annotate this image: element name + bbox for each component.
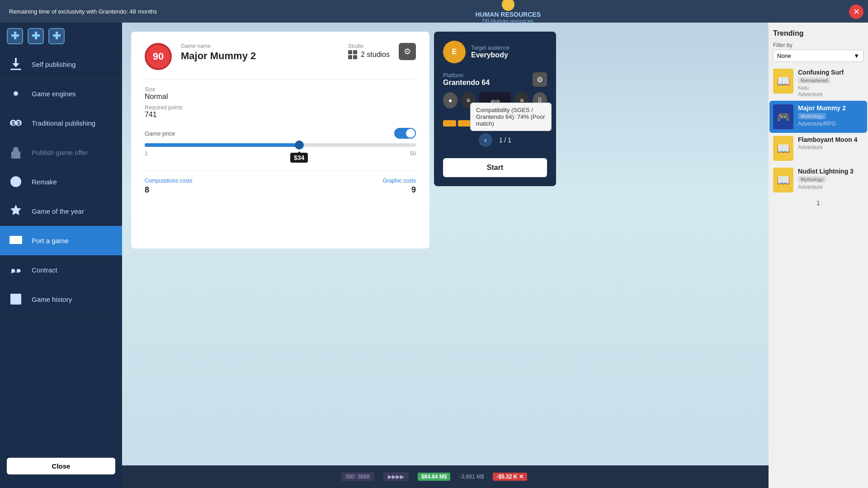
trending-game-name-3: Flamboyant Moon 4 <box>798 136 857 143</box>
trending-tag-4: Mythology <box>798 176 826 183</box>
slider-labels: 1 50 <box>145 150 416 157</box>
publish-game-offer-icon <box>7 143 25 161</box>
trending-info-4: Nudist Lightning 3 Mythology Adventure <box>798 168 854 190</box>
trending-page-number: 1 <box>773 199 863 206</box>
price-toggle[interactable] <box>394 128 416 139</box>
chevron-down-icon: ▼ <box>854 52 859 59</box>
platform-sub: Platform <box>443 72 490 79</box>
score-circle: 90 <box>145 43 172 70</box>
settings-icon: ⚙ <box>537 75 543 84</box>
sidebar-plus-2[interactable]: ✚ <box>28 28 44 44</box>
computations-cost-label: Computations costs <box>145 178 192 184</box>
close-button[interactable]: Close <box>7 458 115 474</box>
svg-point-11 <box>11 269 15 272</box>
resource-title: HUMAN RESOURCES <box>475 11 541 18</box>
game-settings-button[interactable]: ⚙ <box>399 43 416 60</box>
port-a-game-icon <box>7 231 25 249</box>
remake-label: Remake <box>32 178 57 186</box>
remake-icon <box>7 173 25 191</box>
graphic-cost-label: Graphic costs <box>383 178 416 184</box>
trending-genre-3: Adventure <box>798 144 857 150</box>
price-tooltip: $34 <box>290 153 308 163</box>
sidebar: ✚ ✚ ✚ Self publishing Game engines $$ Tr… <box>0 23 122 488</box>
size-label: Size <box>145 86 416 93</box>
trending-game-name-4: Nudist Lightning 3 <box>798 168 854 175</box>
traditional-publishing-icon: $$ <box>7 114 25 132</box>
start-button[interactable]: Start <box>443 158 547 177</box>
trending-item-flamboyant-moon[interactable]: 📖 Flamboyant Moon 4 Adventure <box>773 136 863 161</box>
trending-thumb-1: 📖 <box>773 69 793 94</box>
audience-info: Target audience Everybody <box>471 45 509 59</box>
filter-dropdown[interactable]: None ▼ <box>773 50 863 62</box>
slider-fill <box>145 143 299 147</box>
sidebar-header: ✚ ✚ ✚ <box>0 23 122 50</box>
port-a-game-label: Port a game <box>32 237 69 244</box>
studio-count: 2 studios <box>348 50 390 59</box>
trending-info-2: Major Mummy 2 Mythology Adventure/RPG <box>798 104 846 127</box>
svg-rect-9 <box>11 237 15 243</box>
prev-platform-button[interactable]: ‹ <box>479 133 492 147</box>
target-audience-value: Everybody <box>471 51 509 59</box>
studio-grid-icon <box>348 50 357 59</box>
price-slider-container: $34 1 50 <box>145 143 416 157</box>
contract-label: Contract <box>32 266 57 274</box>
modal-header: 90 Game name Major Mummy 2 Studio 2 stud… <box>145 43 416 70</box>
price-header: Game price <box>145 128 416 139</box>
game-detail-modal: 90 Game name Major Mummy 2 Studio 2 stud… <box>131 32 429 249</box>
game-details: Size Normal Required points 741 <box>145 79 416 119</box>
price-min-label: 1 <box>145 150 148 157</box>
svg-point-12 <box>17 269 20 272</box>
svg-rect-17 <box>17 300 19 303</box>
graphic-cost-value: 9 <box>383 185 416 195</box>
required-points-value: 741 <box>145 111 416 119</box>
trending-item-confusing-surf[interactable]: 📖 Confusing Surf Remastered Kaiju Advent… <box>773 69 863 98</box>
svg-rect-15 <box>17 296 19 298</box>
slider-track: $34 <box>145 143 416 147</box>
sidebar-plus-3[interactable]: ✚ <box>48 28 65 44</box>
trending-thumb-4: 📖 <box>773 168 793 192</box>
game-history-icon <box>7 290 25 308</box>
trending-sub-genre-1: Kaiju <box>798 85 844 90</box>
sidebar-plus-1[interactable]: ✚ <box>7 28 23 44</box>
contract-icon <box>7 261 25 279</box>
trending-genre-1: Adventure <box>798 91 844 98</box>
price-max-label: 50 <box>410 150 416 157</box>
svg-rect-16 <box>12 300 15 303</box>
required-points-label: Required points <box>145 104 416 111</box>
audience-icon: E <box>443 41 466 63</box>
sidebar-item-port-a-game[interactable]: Port a game <box>0 226 122 255</box>
computations-cost: Computations costs 8 <box>145 178 192 195</box>
sidebar-item-game-of-the-year[interactable]: Game of the year <box>0 197 122 226</box>
trending-header: Trending <box>773 29 863 38</box>
traditional-publishing-label: Traditional publishing <box>32 119 95 127</box>
filter-section: Filter by None ▼ <box>773 42 863 62</box>
game-title: Major Mummy 2 <box>181 50 339 62</box>
size-row: Size Normal <box>145 86 416 101</box>
sidebar-item-game-engines[interactable]: Game engines <box>0 79 122 108</box>
sidebar-item-remake[interactable]: Remake <box>0 167 122 197</box>
sidebar-item-game-history[interactable]: Game history <box>0 285 122 314</box>
publish-game-offer-label: Publish game offer <box>32 149 88 156</box>
size-value: Normal <box>145 93 416 101</box>
navigation-row: ‹ 1 / 1 Compatibility (SGES / Grantendo … <box>443 133 547 147</box>
filter-label: Filter by <box>773 42 863 48</box>
svg-text:$: $ <box>17 120 20 127</box>
resource-display: HUMAN RESOURCES D0 Human resources <box>475 0 541 24</box>
sidebar-item-self-publishing[interactable]: Self publishing <box>0 50 122 79</box>
platform-settings-button[interactable]: ⚙ <box>533 72 547 87</box>
game-engines-icon <box>7 84 25 103</box>
trending-thumb-3: 📖 <box>773 136 793 161</box>
svg-point-1 <box>14 91 18 96</box>
trending-item-nudist-lightning[interactable]: 📖 Nudist Lightning 3 Mythology Adventure <box>773 168 863 192</box>
price-label: Game price <box>145 130 175 137</box>
costs-row: Computations costs 8 Graphic costs 9 <box>145 170 416 195</box>
close-x-button[interactable]: ✕ <box>849 5 863 19</box>
trending-item-major-mummy-2[interactable]: 🎮 Major Mummy 2 Mythology Adventure/RPG <box>769 101 867 133</box>
sidebar-item-traditional-publishing[interactable]: $$ Traditional publishing <box>0 108 122 138</box>
trending-game-name-2: Major Mummy 2 <box>798 104 846 112</box>
trending-tag-2: Mythology <box>798 113 826 119</box>
sidebar-item-contract[interactable]: Contract <box>0 255 122 285</box>
game-history-label: Game history <box>32 296 72 303</box>
filter-value: None <box>777 52 791 59</box>
slider-thumb[interactable] <box>295 141 304 150</box>
